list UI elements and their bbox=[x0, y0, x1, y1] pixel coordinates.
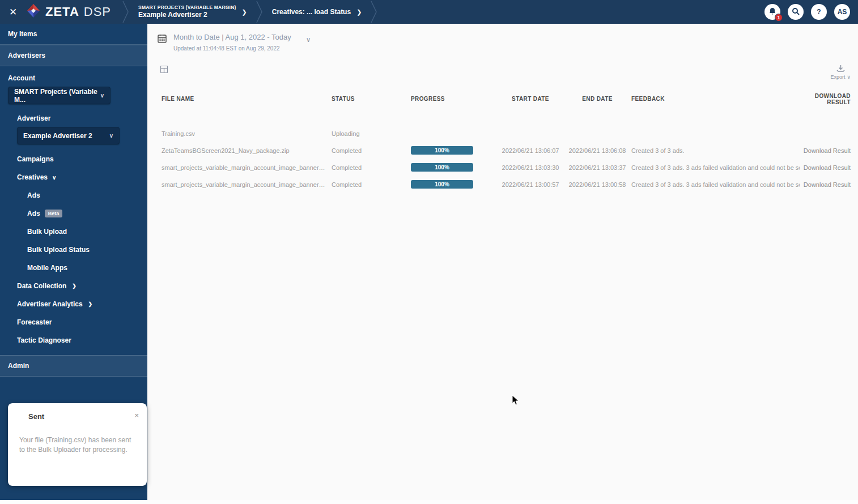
table-row: Training.csv Uploading bbox=[162, 125, 851, 142]
table-header-row: FILE NAME STATUS PROGRESS START DATE END… bbox=[162, 93, 851, 105]
chevron-down-icon: ∨ bbox=[52, 174, 56, 181]
brand-zeta: ZETA bbox=[45, 5, 79, 19]
notifications-button[interactable]: 1 bbox=[764, 4, 780, 20]
header-start-date: START DATE bbox=[495, 96, 566, 102]
header-end-date: END DATE bbox=[566, 96, 628, 102]
main-content: Month to Date | Aug 1, 2022 - Today ∨ Up… bbox=[147, 24, 858, 501]
ads-label: Ads bbox=[27, 191, 40, 199]
account-label: Account bbox=[0, 66, 147, 86]
ads-beta-label: Ads bbox=[27, 210, 40, 217]
sidebar-item-creatives[interactable]: Creatives ∨ bbox=[0, 168, 147, 186]
advertiser-analytics-label: Advertiser Analytics bbox=[17, 300, 83, 308]
chevron-down-icon: ∨ bbox=[100, 92, 104, 99]
chevron-right-icon[interactable]: ❯ bbox=[242, 8, 247, 16]
date-range-selector[interactable]: Month to Date | Aug 1, 2022 - Today ∨ bbox=[173, 32, 301, 43]
end-date-cell: 2022/06/21 13:03:37 bbox=[566, 164, 628, 171]
breadcrumb-separator-icon bbox=[369, 0, 379, 24]
avatar-initials: AS bbox=[838, 8, 847, 16]
export-button[interactable]: Export ∨ bbox=[830, 65, 851, 80]
advertiser-select[interactable]: Example Advertiser 2 ∨ bbox=[17, 127, 120, 144]
file-name-cell: smart_projects_variable_margin_account_i… bbox=[162, 181, 332, 188]
download-icon bbox=[836, 65, 845, 74]
sidebar-item-admin[interactable]: Admin bbox=[0, 355, 147, 377]
download-result-cell: Download Result bbox=[800, 147, 851, 154]
beta-badge: Beta bbox=[45, 210, 63, 217]
sidebar-item-ads-beta[interactable]: Ads Beta bbox=[0, 204, 147, 223]
sidebar-item-campaigns[interactable]: Campaigns bbox=[0, 150, 147, 168]
start-date-cell: 2022/06/21 13:03:30 bbox=[495, 164, 566, 171]
data-collection-label: Data Collection bbox=[17, 282, 66, 290]
breadcrumb-account-label: SMART PROJECTS (VARIABLE MARGIN) bbox=[138, 5, 236, 11]
forecaster-label: Forecaster bbox=[17, 318, 52, 326]
advertiser-select-value: Example Advertiser 2 bbox=[23, 132, 92, 140]
download-result-cell: Download Result bbox=[800, 181, 851, 188]
feedback-cell: Created 3 of 3 ads. 3 ads failed validat… bbox=[628, 164, 800, 171]
sidebar-item-mobile-apps[interactable]: Mobile Apps bbox=[0, 259, 147, 277]
account-select[interactable]: SMART Projects (Variable M... ∨ bbox=[8, 87, 111, 104]
bulk-upload-status-table: FILE NAME STATUS PROGRESS START DATE END… bbox=[147, 80, 858, 193]
progress-bar: 100% bbox=[411, 146, 473, 155]
file-name-cell: smart_projects_variable_margin_account_i… bbox=[162, 164, 332, 171]
sidebar-menu: Campaigns Creatives ∨ Ads Ads Beta Bulk … bbox=[0, 150, 147, 349]
download-result-link[interactable]: Download Result bbox=[804, 181, 851, 188]
breadcrumb-advertiser[interactable]: SMART PROJECTS (VARIABLE MARGIN) Example… bbox=[130, 0, 255, 24]
brand-dsp: DSP bbox=[84, 5, 111, 19]
topbar-actions: 1 ? AS bbox=[764, 4, 858, 20]
chevron-right-icon: ❯ bbox=[72, 283, 77, 289]
breadcrumb-separator-icon bbox=[121, 0, 130, 24]
bulk-upload-status-label: Bulk Upload Status bbox=[27, 246, 90, 254]
export-label: Export bbox=[830, 74, 845, 80]
zeta-dsp-logo[interactable]: ZETA DSP bbox=[26, 3, 121, 20]
feedback-cell: Created 3 of 3 ads. 3 ads failed validat… bbox=[628, 181, 800, 188]
table-view-icon[interactable] bbox=[160, 65, 168, 75]
status-cell: Completed bbox=[332, 181, 411, 188]
feedback-text: Created 3 of 3 ads. 3 ads failed validat… bbox=[631, 164, 800, 171]
sidebar-item-data-collection[interactable]: Data Collection ❯ bbox=[0, 277, 147, 295]
bulk-upload-label: Bulk Upload bbox=[27, 228, 67, 236]
sidebar-item-advertisers[interactable]: Advertisers bbox=[0, 45, 147, 66]
feedback-cell: Created 3 of 3 ads. bbox=[628, 147, 800, 154]
sent-toast: Sent × Your file (Training.csv) has been… bbox=[8, 403, 147, 486]
breadcrumb-page-label: Creatives: ... load Status bbox=[272, 8, 351, 16]
table-tools-row: Export ∨ bbox=[147, 53, 858, 80]
chevron-down-icon: ∨ bbox=[109, 133, 113, 139]
date-range-value: Month to Date | Aug 1, 2022 - Today bbox=[173, 32, 291, 43]
last-updated-text: Updated at 11:04:48 EST on Aug 29, 2022 bbox=[173, 44, 301, 53]
close-icon[interactable]: ✕ bbox=[0, 6, 26, 18]
sidebar-item-forecaster[interactable]: Forecaster bbox=[0, 313, 147, 331]
progress-bar: 100% bbox=[411, 180, 473, 189]
end-date-cell: 2022/06/21 13:00:58 bbox=[566, 181, 628, 188]
table-row: smart_projects_variable_margin_account_i… bbox=[162, 159, 851, 176]
end-date-cell: 2022/06/21 13:06:08 bbox=[566, 147, 628, 154]
chevron-right-icon[interactable]: ❯ bbox=[356, 8, 362, 16]
download-result-link[interactable]: Download Result bbox=[804, 147, 851, 154]
sidebar-item-tactic-diagnoser[interactable]: Tactic Diagnoser bbox=[0, 331, 147, 349]
search-button[interactable] bbox=[788, 4, 804, 20]
chevron-right-icon: ❯ bbox=[88, 301, 93, 307]
help-button[interactable]: ? bbox=[811, 4, 827, 20]
status-cell: Completed bbox=[332, 164, 411, 171]
search-icon bbox=[792, 7, 800, 17]
topbar: ✕ ZETA DSP SMART PROJECTS (VARIABLE MARG… bbox=[0, 0, 858, 24]
progress-cell: 100% bbox=[411, 146, 495, 155]
campaigns-label: Campaigns bbox=[17, 155, 54, 163]
file-name-cell: Training.csv bbox=[162, 130, 332, 137]
table-row: ZetaTeamsBGScreen2021_Navy_package.zip C… bbox=[162, 142, 851, 159]
sidebar-item-bulk-upload-status[interactable]: Bulk Upload Status bbox=[0, 241, 147, 259]
sidebar-item-advertiser-analytics[interactable]: Advertiser Analytics ❯ bbox=[0, 295, 147, 313]
header-file-name: FILE NAME bbox=[162, 96, 332, 102]
sidebar-item-my-items[interactable]: My Items bbox=[0, 24, 147, 45]
avatar[interactable]: AS bbox=[834, 4, 850, 20]
status-cell: Uploading bbox=[332, 130, 411, 137]
download-result-link[interactable]: Download Result bbox=[804, 164, 851, 171]
header-progress: PROGRESS bbox=[411, 96, 495, 102]
header-status: STATUS bbox=[332, 96, 411, 102]
breadcrumb-separator-icon bbox=[255, 0, 264, 24]
zeta-diamond-icon bbox=[26, 3, 41, 20]
breadcrumb-page[interactable]: Creatives: ... load Status ❯ bbox=[264, 0, 370, 24]
start-date-cell: 2022/06/21 13:00:57 bbox=[495, 181, 566, 188]
status-cell: Completed bbox=[332, 147, 411, 154]
sidebar-item-ads[interactable]: Ads bbox=[0, 186, 147, 204]
sidebar-item-bulk-upload[interactable]: Bulk Upload bbox=[0, 223, 147, 241]
toast-close-icon[interactable]: × bbox=[134, 411, 139, 420]
